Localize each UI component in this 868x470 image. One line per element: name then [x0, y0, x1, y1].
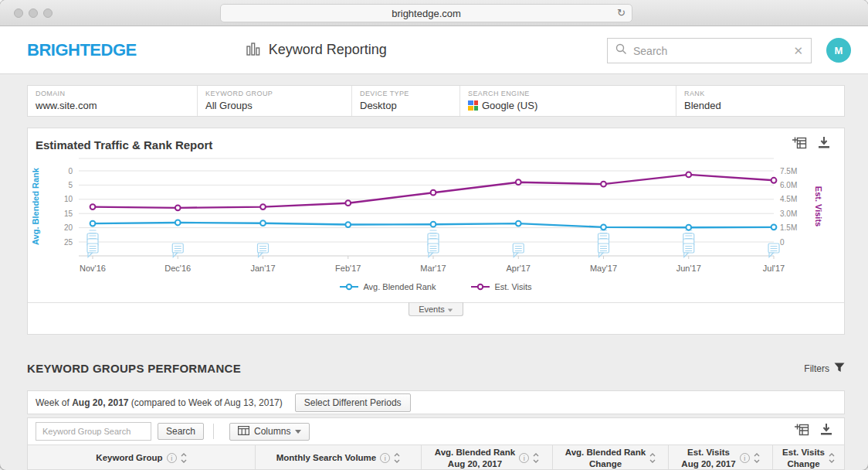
divider — [213, 424, 214, 439]
table-header-row: Keyword GroupiMonthly Search VolumeiAvg.… — [28, 444, 844, 470]
global-search-box[interactable]: ✕ — [607, 38, 812, 63]
sort-icon[interactable] — [394, 452, 400, 464]
info-icon[interactable]: i — [380, 453, 390, 463]
download-icon[interactable] — [820, 424, 832, 439]
svg-text:25: 25 — [64, 238, 73, 247]
svg-text:Mar'17: Mar'17 — [420, 264, 446, 273]
search-icon — [615, 43, 627, 58]
event-marker-icon[interactable] — [258, 244, 269, 257]
svg-text:Jul'17: Jul'17 — [763, 264, 785, 273]
filter-label: KEYWORD GROUP — [205, 90, 351, 97]
legend-item[interactable]: Avg. Blended Rank — [340, 282, 436, 291]
event-marker-icon[interactable] — [87, 230, 98, 257]
keyword-group-search-input[interactable] — [36, 422, 151, 441]
filters-button[interactable]: Filters — [804, 363, 845, 375]
address-bar[interactable]: brightedge.com ↻ — [220, 4, 632, 22]
clear-search-icon[interactable]: ✕ — [793, 44, 803, 58]
legend-marker-icon — [471, 283, 490, 291]
add-to-dashboard-icon[interactable] — [795, 424, 809, 439]
filter-search-engine[interactable]: SEARCH ENGINEGoogle (US) — [460, 86, 676, 116]
column-header-keyword-group[interactable]: Keyword Groupi — [28, 445, 256, 470]
minimize-window-icon[interactable] — [29, 9, 38, 18]
column-header-est-visits[interactable]: Est. VisitsAug 20, 2017i — [669, 445, 773, 470]
keyword-group-search-button[interactable]: Search — [158, 423, 204, 440]
google-icon — [468, 100, 478, 111]
svg-text:3.0M: 3.0M — [780, 209, 797, 218]
window-controls[interactable] — [14, 9, 53, 18]
filter-rank[interactable]: RANKBlended — [676, 86, 844, 116]
column-header-est-visits[interactable]: Est. VisitsChange — [773, 445, 844, 470]
filter-value: www.site.com — [36, 100, 197, 111]
svg-text:Feb'17: Feb'17 — [335, 264, 361, 273]
event-marker-icon[interactable] — [598, 230, 609, 257]
brightedge-logo[interactable]: BRIGHTEDGE — [27, 40, 137, 60]
chevron-down-icon — [295, 430, 301, 434]
info-icon[interactable]: i — [740, 453, 750, 463]
chevron-down-icon — [448, 309, 453, 312]
bar-chart-icon — [246, 42, 261, 59]
browser-chrome: brightedge.com ↻ — [0, 0, 868, 26]
zoom-window-icon[interactable] — [43, 9, 53, 18]
svg-text:Dec'16: Dec'16 — [164, 264, 191, 273]
url-text[interactable]: brightedge.com — [392, 8, 461, 19]
filter-value: All Groups — [205, 100, 351, 111]
svg-text:6.0M: 6.0M — [780, 181, 797, 189]
user-avatar[interactable]: M — [826, 38, 851, 63]
sort-icon[interactable] — [829, 452, 835, 464]
app-header: BRIGHTEDGE Keyword Reporting ✕ M — [0, 26, 868, 74]
period-selector-bar: Week of Aug 20, 2017 (compared to Week o… — [27, 390, 845, 414]
filter-label: RANK — [684, 90, 844, 97]
columns-button[interactable]: Columns — [229, 423, 310, 441]
events-dropdown-button[interactable]: Events — [409, 302, 463, 316]
svg-text:1.5M: 1.5M — [780, 223, 797, 232]
sort-icon[interactable] — [754, 452, 760, 464]
browser-window: brightedge.com ↻ BRIGHTEDGE Keyword Repo… — [0, 0, 868, 470]
info-icon[interactable]: i — [519, 453, 529, 463]
svg-text:0: 0 — [68, 167, 73, 175]
svg-text:7.5M: 7.5M — [780, 167, 797, 175]
filter-bar: DOMAINwww.site.comKEYWORD GROUPAll Group… — [27, 85, 845, 117]
event-marker-icon[interactable] — [513, 244, 524, 257]
info-icon[interactable]: i — [167, 453, 177, 463]
event-marker-icon[interactable] — [172, 244, 183, 257]
download-icon[interactable] — [818, 137, 830, 152]
svg-text:Est. Visits: Est. Visits — [814, 186, 823, 226]
event-marker-icon[interactable] — [768, 244, 779, 257]
add-to-dashboard-icon[interactable] — [792, 137, 807, 152]
column-header-avg-blended-rank[interactable]: Avg. Blended RankChange — [553, 445, 669, 470]
select-different-periods-button[interactable]: Select Different Periods — [295, 393, 411, 412]
svg-text:Apr'17: Apr'17 — [507, 264, 531, 273]
legend-marker-icon — [340, 283, 358, 291]
column-header-avg-blended-rank[interactable]: Avg. Blended RankAug 20, 2017i — [422, 445, 553, 470]
filter-value: Google (US) — [468, 100, 676, 111]
search-input[interactable] — [633, 45, 793, 57]
filter-keyword-group[interactable]: KEYWORD GROUPAll Groups — [198, 86, 352, 116]
close-window-icon[interactable] — [14, 9, 23, 18]
funnel-icon — [834, 363, 845, 375]
svg-text:May'17: May'17 — [590, 264, 617, 273]
filter-device-type[interactable]: DEVICE TYPEDesktop — [352, 86, 460, 116]
filter-value: Desktop — [360, 100, 459, 111]
filter-domain[interactable]: DOMAINwww.site.com — [28, 86, 198, 116]
sort-icon[interactable] — [181, 452, 187, 464]
column-header-monthly-search-volume[interactable]: Monthly Search Volumei — [256, 445, 422, 470]
svg-text:15: 15 — [64, 209, 73, 218]
comparison-week: (compared to Week of Aug 13, 2017) — [129, 397, 283, 408]
event-marker-icon[interactable] — [428, 230, 439, 257]
svg-text:4.5M: 4.5M — [780, 195, 797, 203]
sort-icon[interactable] — [533, 452, 539, 464]
performance-section-title: KEYWORD GROUPS PERFORMANCE — [27, 362, 241, 375]
sort-icon[interactable] — [649, 452, 656, 464]
svg-text:5: 5 — [68, 181, 73, 189]
filter-label: DEVICE TYPE — [360, 90, 459, 97]
filter-label: DOMAIN — [36, 90, 197, 97]
svg-text:Avg. Blended Rank: Avg. Blended Rank — [31, 167, 40, 245]
refresh-icon[interactable]: ↻ — [617, 7, 626, 19]
filter-value: Blended — [684, 100, 844, 111]
traffic-rank-chart[interactable]: 07.5M56.0M104.5M153.0M201.5M250Avg. Blen… — [28, 154, 844, 278]
event-marker-icon[interactable] — [683, 230, 694, 257]
legend-item[interactable]: Est. Visits — [471, 282, 531, 291]
traffic-rank-report-card: Estimated Traffic & Rank Report 07.5M56.… — [27, 128, 845, 335]
period-text: Week of Aug 20, 2017 (compared to Week o… — [36, 397, 283, 408]
keyword-groups-table-card: Search Columns — [27, 417, 845, 470]
